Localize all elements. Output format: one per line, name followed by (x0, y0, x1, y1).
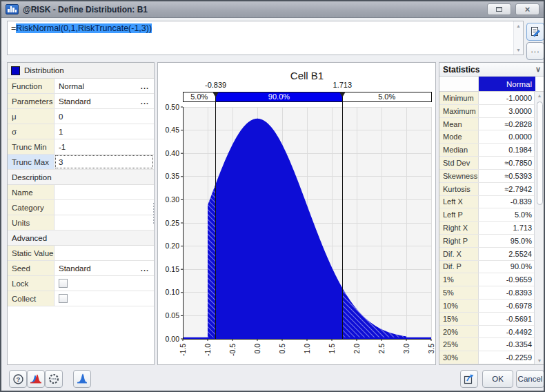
svg-text:0.45: 0.45 (166, 126, 180, 134)
svg-text:0.5: 0.5 (278, 344, 286, 354)
stat-value: 2.5524 (479, 248, 535, 260)
svg-text:3.5: 3.5 (427, 344, 435, 354)
svg-text:0.10: 0.10 (166, 288, 180, 296)
property-value-function[interactable]: Normal... (54, 79, 154, 93)
scroll-up-icon[interactable]: ▲ (516, 23, 521, 28)
scroll-up-icon[interactable]: ▲ (537, 93, 542, 98)
svg-text:0.25: 0.25 (166, 219, 180, 227)
property-value-trunc-max[interactable]: 3 (54, 155, 154, 169)
stat-label: Dif. P (439, 261, 479, 273)
property-value-parameters[interactable]: Standard... (54, 94, 154, 108)
graph-type-button[interactable] (73, 370, 91, 388)
property-label: Seed (8, 261, 54, 275)
svg-text:-1.5: -1.5 (179, 344, 187, 356)
stat-value: -0.9659 (479, 273, 535, 286)
chevron-down-icon: ∨ (535, 65, 541, 74)
statistics-scrollbar[interactable]: ▲ ▼ (534, 92, 544, 364)
property-label: Function (8, 79, 54, 93)
ellipsis-button[interactable]: ... (141, 264, 149, 273)
ellipsis-button[interactable]: ... (141, 97, 149, 106)
stat-row-median: Median0.1984 (439, 144, 535, 157)
ok-button[interactable]: OK (482, 370, 513, 388)
scroll-down-icon[interactable]: ▼ (537, 358, 542, 363)
property-value-lock[interactable] (54, 276, 154, 291)
ellipsis-button[interactable]: ... (141, 82, 149, 90)
scrollbar-thumb[interactable] (537, 101, 543, 205)
atrisk-app-icon (6, 4, 19, 14)
stat-label: Mean (439, 118, 479, 130)
svg-text:0.05: 0.05 (166, 311, 180, 320)
panel-splitter[interactable] (153, 203, 157, 224)
ellipsis-icon: ... (531, 46, 539, 57)
stat-value: -0.5691 (479, 313, 535, 325)
collect-checkbox[interactable] (59, 294, 68, 303)
settings-button[interactable] (45, 370, 63, 388)
property-label: Name (8, 185, 54, 199)
stat-value: -0.8393 (479, 286, 535, 299)
stat-row-20%: 20%-0.4492 (439, 326, 535, 339)
svg-text:0.15: 0.15 (166, 265, 180, 273)
stat-label: 1% (439, 273, 479, 286)
svg-text:0.20: 0.20 (166, 242, 180, 250)
property-value-units[interactable] (54, 215, 154, 230)
titlebar[interactable]: @RISK - Define Distribution: B1 × (1, 1, 544, 18)
svg-text:0.40: 0.40 (166, 149, 180, 157)
stat-label: 25% (439, 338, 479, 351)
formula-input[interactable]: =RiskNormal(0,1,RiskTruncate(-1,3)) ▲ ▼ (7, 21, 524, 55)
stat-value: -0.839 (479, 196, 535, 208)
property-row-function: FunctionNormal... (8, 79, 154, 94)
help-button[interactable]: ? (9, 370, 27, 388)
section-description: Description (8, 170, 154, 185)
stat-label: 5% (439, 286, 479, 299)
stat-row-left-x: Left X-0.839 (439, 196, 535, 209)
export-button[interactable] (460, 370, 478, 388)
svg-text:0.30: 0.30 (166, 195, 180, 204)
stat-row-15%: 15%-0.5691 (439, 313, 535, 326)
help-icon: ? (12, 373, 24, 385)
property-value-category[interactable] (54, 200, 154, 215)
stat-value: 95.0% (479, 235, 535, 247)
distribution-color-swatch[interactable] (11, 66, 20, 75)
property-label: Parameters (8, 94, 54, 108)
formula-scrollbar[interactable]: ▲ ▼ (513, 21, 523, 55)
statistics-column-header-row: Normal (439, 77, 544, 92)
window-title: @RISK - Define Distribution: B1 (23, 5, 148, 14)
close-button[interactable]: × (515, 3, 539, 15)
property-value-[interactable]: 1 (54, 124, 154, 139)
stat-row-skewness: Skewness≈0.5393 (439, 170, 535, 183)
more-options-button[interactable]: ... (526, 42, 544, 60)
stat-label: Left P (439, 208, 479, 221)
distribution-palette-button[interactable] (27, 370, 45, 388)
property-value-static-value[interactable] (54, 246, 154, 260)
section-advanced: Advanced (8, 231, 154, 246)
property-label: Trunc Max (8, 155, 54, 169)
svg-text:5.0%: 5.0% (190, 92, 208, 101)
stat-row-minimum: Minimum-1.0000 (439, 92, 535, 105)
stat-value: 1.713 (479, 222, 535, 234)
stat-value: ≈0.5393 (479, 170, 535, 182)
svg-text:1.713: 1.713 (333, 81, 353, 89)
scroll-down-icon[interactable]: ▼ (516, 48, 521, 52)
stat-label: Median (439, 144, 479, 156)
gear-icon (48, 373, 60, 385)
maximize-button[interactable] (487, 3, 511, 15)
property-value-seed[interactable]: Standard... (54, 261, 154, 275)
stat-row-5%: 5%-0.8393 (439, 286, 535, 300)
cancel-button[interactable]: Cancel (516, 370, 544, 388)
statistics-panel: Statistics ∨ Normal Minimum-1.0000Maximu… (439, 62, 545, 365)
svg-text:2.5: 2.5 (377, 344, 386, 354)
property-value-collect[interactable] (54, 291, 154, 306)
property-value-name[interactable] (54, 185, 154, 199)
stat-row-25%: 25%-0.3354 (439, 338, 535, 351)
stat-label: 30% (439, 351, 479, 364)
property-row-trunc-min: Trunc Min-1 (8, 139, 154, 155)
blue-curve-icon (76, 373, 88, 384)
property-label: Units (8, 215, 54, 230)
property-value-[interactable]: 0 (54, 109, 154, 124)
statistics-dropdown[interactable]: Statistics ∨ (439, 63, 544, 77)
property-value-trunc-min[interactable]: -1 (54, 139, 154, 154)
stat-value: -0.6978 (479, 300, 535, 312)
distribution-header: Distribution (8, 63, 154, 79)
lock-checkbox[interactable] (59, 279, 68, 288)
edit-formula-button[interactable] (526, 23, 544, 41)
